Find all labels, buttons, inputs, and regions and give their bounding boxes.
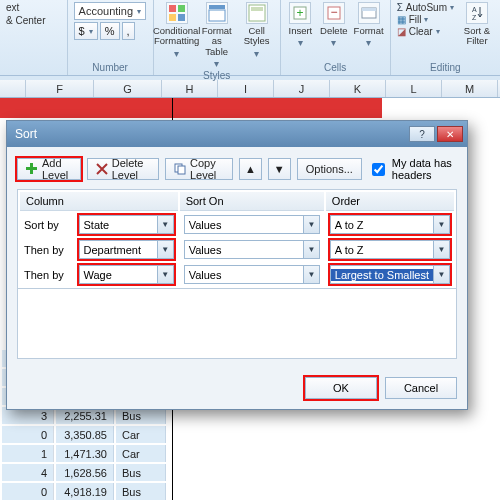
svg-rect-2 (169, 14, 176, 21)
currency-button[interactable]: $▾ (74, 22, 98, 40)
delete-button[interactable]: − Delete▾ (320, 2, 347, 49)
th-sorton: Sort On (180, 192, 324, 211)
svg-rect-7 (251, 7, 263, 11)
fill-button[interactable]: ▦Fill▾ (397, 14, 454, 25)
dialog-title: Sort (15, 127, 37, 141)
cell-styles-button[interactable]: Cell Styles▾ (240, 2, 274, 59)
delete-level-button[interactable]: Delete Level (87, 158, 159, 180)
close-icon[interactable]: ✕ (437, 126, 463, 142)
svg-rect-5 (209, 10, 225, 21)
order-dropdown[interactable]: A to Z▼ (330, 215, 450, 234)
order-dropdown[interactable]: A to Z▼ (330, 240, 450, 259)
number-format-combo[interactable]: Accounting▾ (74, 2, 146, 20)
move-up-button[interactable]: ▲ (239, 158, 262, 180)
table-row[interactable]: 11,471.30Car (2, 445, 166, 462)
cells-group-label: Cells (287, 62, 384, 75)
chevron-down-icon: ▼ (303, 266, 319, 283)
insert-button[interactable]: + Insert▾ (287, 2, 314, 49)
format-as-table-button[interactable]: Format as Table▾ (200, 2, 234, 70)
level-label: Then by (20, 263, 73, 286)
cancel-button[interactable]: Cancel (385, 377, 457, 399)
chevron-down-icon: ▼ (157, 216, 173, 233)
svg-rect-0 (169, 5, 176, 12)
sort-levels-empty-area (17, 289, 457, 359)
move-down-button[interactable]: ▼ (268, 158, 291, 180)
copy-icon (174, 163, 186, 175)
sorton-dropdown[interactable]: Values▼ (184, 265, 320, 284)
col-M[interactable]: M (442, 80, 498, 97)
editing-group-label: Editing (397, 62, 494, 75)
sort-levels-table: Column Sort On Order Sort by State▼ Valu… (17, 189, 457, 289)
level-label: Sort by (20, 213, 73, 236)
sort-filter-button[interactable]: AZ Sort & Filter (460, 2, 494, 47)
arrow-up-icon: ▲ (245, 163, 256, 175)
svg-rect-13 (362, 8, 376, 11)
table-row[interactable]: 41,628.56Bus (2, 464, 166, 481)
headers-check-input[interactable] (372, 163, 385, 176)
column-headers: F G H I J K L M (0, 80, 500, 98)
chevron-down-icon: ▼ (433, 216, 449, 233)
col-L[interactable]: L (386, 80, 442, 97)
svg-text:−: − (330, 5, 337, 19)
svg-rect-3 (178, 14, 185, 21)
sort-dialog: Sort ? ✕ Add Level Delete Level Copy Lev… (6, 120, 468, 410)
chevron-down-icon: ▼ (303, 216, 319, 233)
comma-button[interactable]: , (122, 22, 135, 40)
svg-rect-1 (178, 5, 185, 12)
clear-button[interactable]: ◪Clear▾ (397, 26, 454, 37)
chevron-down-icon: ▼ (303, 241, 319, 258)
column-dropdown[interactable]: Department▼ (79, 240, 174, 259)
level-label: Then by (20, 238, 73, 261)
svg-text:A: A (472, 6, 477, 13)
chevron-down-icon: ▼ (157, 266, 173, 283)
col-K[interactable]: K (330, 80, 386, 97)
col-G[interactable]: G (94, 80, 162, 97)
order-dropdown[interactable]: Largest to Smallest▼ (330, 265, 450, 284)
chevron-down-icon: ▼ (157, 241, 173, 258)
ribbon: ext & Center Accounting▾ $▾ % , Number C… (0, 0, 500, 76)
svg-rect-4 (209, 5, 225, 9)
svg-rect-19 (178, 166, 185, 174)
col-I[interactable]: I (218, 80, 274, 97)
delete-icon (96, 163, 108, 175)
svg-rect-17 (26, 167, 37, 170)
th-column: Column (20, 192, 178, 211)
arrow-down-icon: ▼ (274, 163, 285, 175)
add-level-button[interactable]: Add Level (17, 158, 81, 180)
format-button[interactable]: Format▾ (354, 2, 384, 49)
column-dropdown[interactable]: State▼ (79, 215, 174, 234)
svg-text:Z: Z (472, 14, 477, 21)
options-button[interactable]: Options... (297, 158, 362, 180)
help-icon[interactable]: ? (409, 126, 435, 142)
selection-highlight (0, 98, 382, 118)
th-order: Order (326, 192, 454, 211)
chevron-down-icon: ▼ (433, 266, 449, 283)
headers-checkbox[interactable]: My data has headers (368, 157, 457, 181)
autosum-button[interactable]: ΣAutoSum▾ (397, 2, 454, 13)
col-H[interactable]: H (162, 80, 218, 97)
add-icon (26, 163, 38, 175)
dialog-titlebar[interactable]: Sort ? ✕ (7, 121, 467, 147)
chevron-down-icon: ▼ (433, 241, 449, 258)
table-row[interactable]: 04,918.19Bus (2, 483, 166, 500)
sorton-dropdown[interactable]: Values▼ (184, 240, 320, 259)
column-dropdown[interactable]: Wage▼ (79, 265, 174, 284)
wrap-text-label: ext (6, 2, 19, 13)
merge-center-label[interactable]: & Center (6, 15, 45, 26)
align-group-label (6, 73, 61, 75)
number-group-label: Number (74, 62, 147, 75)
conditional-formatting-button[interactable]: Conditional Formatting▾ (160, 2, 194, 59)
ok-button[interactable]: OK (305, 377, 377, 399)
table-row[interactable]: 03,350.85Car (2, 426, 166, 443)
svg-text:+: + (297, 6, 304, 20)
col-J[interactable]: J (274, 80, 330, 97)
copy-level-button[interactable]: Copy Level (165, 158, 233, 180)
col-F[interactable]: F (26, 80, 94, 97)
percent-button[interactable]: % (100, 22, 120, 40)
sorton-dropdown[interactable]: Values▼ (184, 215, 320, 234)
